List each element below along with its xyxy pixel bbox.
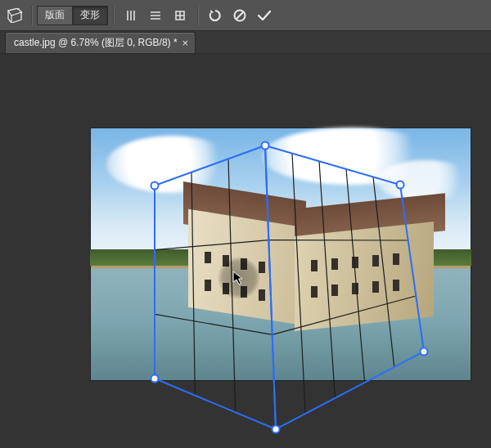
separator bbox=[113, 6, 114, 25]
warp-handle[interactable] bbox=[151, 374, 160, 383]
warp-handle[interactable] bbox=[151, 181, 160, 190]
mode-layout-button[interactable]: 版面 bbox=[38, 7, 73, 25]
document-tab[interactable]: castle.jpg @ 6.78% (图层 0, RGB/8) * × bbox=[5, 32, 196, 53]
straighten-both-icon[interactable] bbox=[168, 0, 192, 31]
document-tab-label: castle.jpg @ 6.78% (图层 0, RGB/8) * bbox=[14, 36, 178, 50]
mode-toggle: 版面 变形 bbox=[37, 6, 108, 25]
cursor-indicator bbox=[218, 257, 260, 299]
reset-icon[interactable] bbox=[203, 0, 227, 31]
straighten-vertical-icon[interactable] bbox=[119, 0, 143, 31]
options-bar: 版面 变形 bbox=[0, 0, 491, 31]
warp-handle[interactable] bbox=[272, 425, 281, 434]
document-tab-bar: castle.jpg @ 6.78% (图层 0, RGB/8) * × bbox=[0, 31, 491, 54]
warp-handle[interactable] bbox=[261, 141, 270, 150]
canvas-area[interactable] bbox=[0, 54, 491, 448]
svg-point-1 bbox=[20, 11, 23, 13]
mode-warp-button[interactable]: 变形 bbox=[73, 7, 107, 25]
close-icon[interactable]: × bbox=[182, 38, 189, 48]
separator bbox=[197, 6, 198, 25]
perspective-warp-tool-icon bbox=[5, 8, 25, 23]
commit-icon[interactable] bbox=[252, 0, 277, 31]
cancel-icon[interactable] bbox=[227, 0, 252, 31]
separator bbox=[31, 6, 32, 25]
straighten-horizontal-icon[interactable] bbox=[143, 0, 168, 31]
cursor-arrow-icon bbox=[231, 270, 247, 286]
warp-handle[interactable] bbox=[396, 181, 405, 190]
warp-handle[interactable] bbox=[420, 347, 429, 356]
svg-line-3 bbox=[236, 11, 244, 19]
